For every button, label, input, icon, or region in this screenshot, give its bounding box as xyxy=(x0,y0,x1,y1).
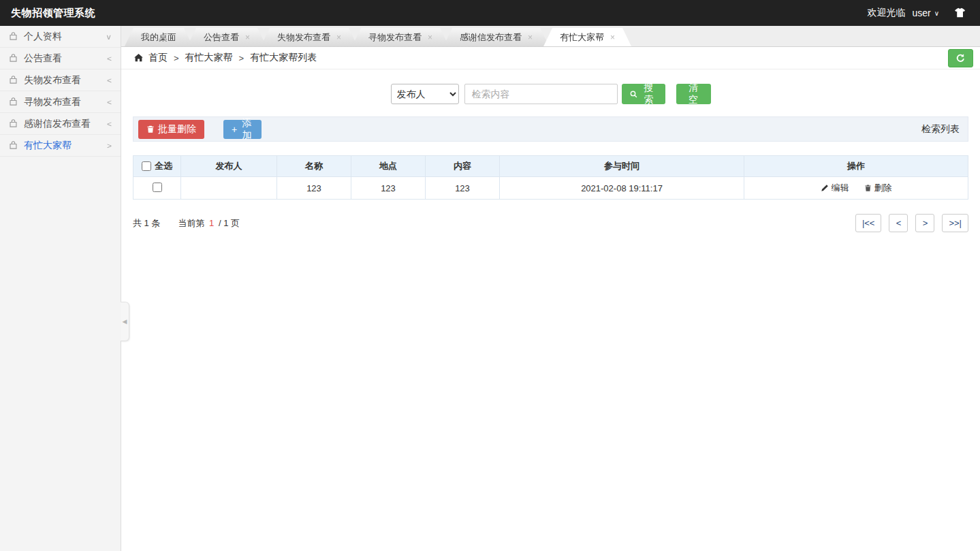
row-actions-cell: 编辑 删除 xyxy=(744,177,968,200)
tab-my-desktop[interactable]: 我的桌面 xyxy=(125,28,193,46)
breadcrumb: 首页 > 有忙大家帮 > 有忙大家帮列表 xyxy=(121,47,980,69)
tab-lost-posts[interactable]: 失物发布查看 × xyxy=(261,28,358,46)
add-button[interactable]: + 添加 xyxy=(223,120,262,139)
sidebar-item-label: 公告查看 xyxy=(24,52,62,65)
tab-thanks-letters[interactable]: 感谢信发布查看 × xyxy=(443,28,549,46)
current-page-suffix: / 1 页 xyxy=(219,218,240,228)
tab-found-posts[interactable]: 寻物发布查看 × xyxy=(352,28,449,46)
chevron-left-icon: < xyxy=(107,54,112,63)
select-all-header: 全选 xyxy=(133,156,181,177)
data-table: 全选 发布人 名称 地点 内容 参与时间 操作 xyxy=(133,155,968,200)
last-page-button[interactable]: >>| xyxy=(942,214,968,232)
breadcrumb-current: 有忙大家帮列表 xyxy=(250,52,317,64)
column-header-place: 地点 xyxy=(351,156,426,177)
sidebar-item-profile[interactable]: 个人资料 ∨ xyxy=(0,26,121,48)
list-title: 检索列表 xyxy=(921,123,964,136)
chevron-down-icon: ∨ xyxy=(934,10,939,17)
batch-delete-label: 批量删除 xyxy=(158,123,196,136)
bag-icon xyxy=(9,119,18,128)
plus-icon: + xyxy=(232,124,237,135)
bag-icon xyxy=(9,32,18,41)
prev-page-button[interactable]: < xyxy=(889,214,908,232)
edit-link[interactable]: 编辑 xyxy=(821,182,849,194)
sidebar-item-help-everyone[interactable]: 有忙大家帮 > xyxy=(0,135,121,157)
close-icon[interactable]: × xyxy=(245,33,250,42)
refresh-button[interactable] xyxy=(948,49,973,67)
collapse-arrow-icon: ◀ xyxy=(123,318,127,325)
breadcrumb-home[interactable]: 首页 xyxy=(148,52,168,64)
table-row: 123 123 123 2021-02-08 19:11:17 编辑 xyxy=(133,177,968,200)
sidebar-item-found-posts[interactable]: 寻物发布查看 < xyxy=(0,91,121,113)
delete-link[interactable]: 删除 xyxy=(864,182,892,194)
username: user xyxy=(912,7,930,18)
delete-label: 删除 xyxy=(874,182,892,194)
trash-icon xyxy=(864,184,872,192)
column-header-publisher: 发布人 xyxy=(181,156,277,177)
table-header-row: 全选 发布人 名称 地点 内容 参与时间 操作 xyxy=(133,156,968,177)
total-count-text: 共 1 条 xyxy=(133,217,160,230)
theme-shirt-icon[interactable] xyxy=(954,7,966,18)
select-all-checkbox[interactable] xyxy=(142,161,151,171)
pagination: 共 1 条 当前第 1 / 1 页 |<< < > >>| xyxy=(133,214,968,232)
sidebar-item-label: 失物发布查看 xyxy=(24,74,81,86)
column-header-name: 名称 xyxy=(277,156,351,177)
next-page-button[interactable]: > xyxy=(915,214,934,232)
sidebar-item-label: 有忙大家帮 xyxy=(24,140,72,152)
app-title: 失物招领管理系统 xyxy=(0,7,95,20)
welcome-text: 欢迎光临 xyxy=(867,7,905,19)
first-page-button[interactable]: |<< xyxy=(855,214,882,232)
search-button-label: 搜索 xyxy=(641,82,657,106)
search-input[interactable] xyxy=(464,84,618,104)
breadcrumb-separator: > xyxy=(174,53,179,63)
tab-label: 感谢信发布查看 xyxy=(460,31,522,44)
clear-button[interactable]: 清空 xyxy=(676,84,711,104)
pencil-icon xyxy=(821,184,829,192)
toolbar: 批量删除 + 添加 检索列表 xyxy=(133,116,968,142)
row-publisher-cell xyxy=(181,177,277,200)
column-header-content: 内容 xyxy=(426,156,500,177)
sidebar-item-label: 个人资料 xyxy=(24,31,62,43)
search-bar: 发布人 搜索 清空 xyxy=(133,84,968,104)
current-page-prefix: 当前第 xyxy=(178,218,204,228)
sidebar: 个人资料 ∨ 公告查看 < 失物发布查看 < 寻物发布查看 < 感谢信发布查看 … xyxy=(0,26,121,551)
chevron-down-icon: ∨ xyxy=(106,32,112,41)
breadcrumb-module[interactable]: 有忙大家帮 xyxy=(185,52,233,64)
user-dropdown[interactable]: user ∨ xyxy=(912,7,939,18)
tab-label: 有忙大家帮 xyxy=(560,31,604,44)
chevron-left-icon: < xyxy=(107,97,112,106)
add-button-label: 添加 xyxy=(240,117,253,142)
sidebar-collapse-handle[interactable]: ◀ xyxy=(121,302,129,341)
sidebar-item-thanks-letters[interactable]: 感谢信发布查看 < xyxy=(0,113,121,135)
sidebar-item-label: 寻物发布查看 xyxy=(24,96,81,108)
row-checkbox[interactable] xyxy=(153,183,162,192)
column-header-time: 参与时间 xyxy=(500,156,744,177)
close-icon[interactable]: × xyxy=(428,33,432,42)
home-icon xyxy=(133,53,144,63)
search-button[interactable]: 搜索 xyxy=(622,84,665,104)
edit-label: 编辑 xyxy=(832,182,849,194)
breadcrumb-separator: > xyxy=(239,53,244,63)
tab-announcements[interactable]: 公告查看 × xyxy=(187,28,266,46)
main-panel: 发布人 搜索 清空 批量删除 + 添加 xyxy=(121,69,980,551)
tab-label: 公告查看 xyxy=(204,31,239,44)
sidebar-item-announcements[interactable]: 公告查看 < xyxy=(0,48,121,69)
clear-button-label: 清空 xyxy=(684,82,703,106)
chevron-right-icon: > xyxy=(107,141,112,150)
row-name-cell: 123 xyxy=(277,177,351,200)
current-page-text: 当前第 1 / 1 页 xyxy=(178,217,240,230)
close-icon[interactable]: × xyxy=(610,33,615,42)
bag-icon xyxy=(9,141,18,150)
tab-strip: 我的桌面 公告查看 × 失物发布查看 × 寻物发布查看 × 感谢信发布查看 × … xyxy=(121,26,980,47)
search-field-select[interactable]: 发布人 xyxy=(391,84,459,104)
close-icon[interactable]: × xyxy=(336,33,341,42)
topbar: 失物招领管理系统 欢迎光临 user ∨ xyxy=(0,0,980,26)
chevron-left-icon: < xyxy=(107,76,112,84)
close-icon[interactable]: × xyxy=(528,33,533,42)
tab-label: 寻物发布查看 xyxy=(368,31,422,44)
tab-label: 失物发布查看 xyxy=(277,31,330,44)
tab-help-everyone[interactable]: 有忙大家帮 × xyxy=(543,28,631,46)
select-all-label: 全选 xyxy=(155,160,172,172)
batch-delete-button[interactable]: 批量删除 xyxy=(138,120,204,139)
chevron-left-icon: < xyxy=(107,119,112,128)
sidebar-item-lost-posts[interactable]: 失物发布查看 < xyxy=(0,69,121,91)
